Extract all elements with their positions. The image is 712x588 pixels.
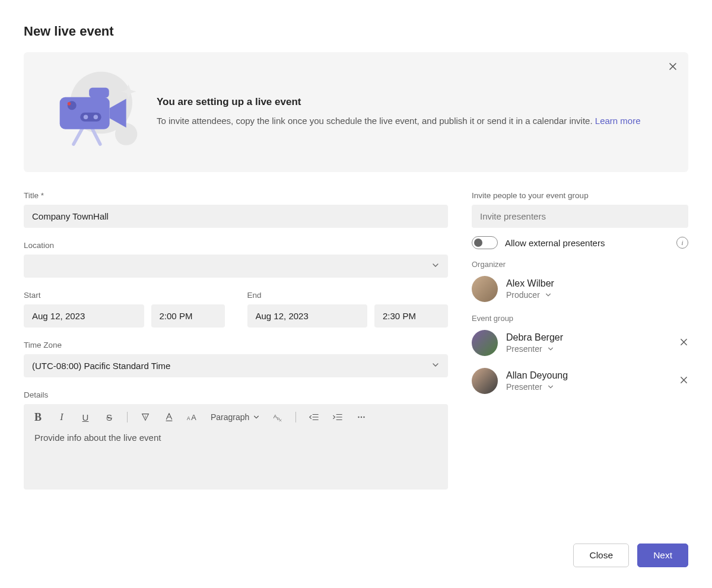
end-time-input[interactable] bbox=[374, 304, 448, 328]
svg-point-15 bbox=[358, 417, 360, 418]
title-label: Title * bbox=[24, 191, 448, 200]
chevron-down-icon bbox=[545, 291, 552, 298]
learn-more-link[interactable]: Learn more bbox=[595, 116, 641, 126]
font-size-button[interactable]: AA bbox=[187, 410, 199, 424]
invite-presenters-input[interactable] bbox=[472, 205, 688, 228]
close-banner-button[interactable] bbox=[668, 62, 678, 74]
organizer-name: Alex Wilber bbox=[506, 278, 688, 289]
banner-description-text: To invite attendees, copy the link once … bbox=[157, 116, 595, 126]
banner-description: To invite attendees, copy the link once … bbox=[157, 114, 672, 128]
paragraph-style-dropdown[interactable]: Paragraph bbox=[211, 412, 260, 422]
organizer-section-label: Organizer bbox=[472, 260, 688, 269]
svg-text:A: A bbox=[274, 414, 277, 419]
more-options-button[interactable] bbox=[355, 410, 367, 424]
member-role-text: Presenter bbox=[506, 344, 542, 354]
svg-rect-8 bbox=[89, 88, 109, 98]
svg-point-17 bbox=[364, 417, 365, 418]
decrease-indent-button[interactable] bbox=[308, 410, 320, 424]
toolbar-divider bbox=[295, 412, 296, 422]
location-input[interactable] bbox=[24, 255, 448, 278]
increase-indent-button[interactable] bbox=[332, 410, 344, 424]
underline-button[interactable]: U bbox=[80, 410, 91, 424]
chevron-down-icon bbox=[547, 345, 554, 352]
highlight-button[interactable] bbox=[139, 410, 151, 424]
camera-illustration-icon bbox=[40, 66, 140, 158]
start-time-input[interactable] bbox=[151, 304, 225, 328]
member-name: Debra Berger bbox=[506, 332, 671, 343]
clear-formatting-button[interactable]: Ab bbox=[272, 410, 284, 424]
location-label: Location bbox=[24, 241, 448, 250]
details-label: Details bbox=[24, 390, 448, 399]
info-banner: You are setting up a live event To invit… bbox=[24, 52, 688, 172]
svg-text:A: A bbox=[187, 416, 190, 421]
member-role-text: Presenter bbox=[506, 382, 542, 392]
svg-point-4 bbox=[68, 102, 71, 106]
toggle-knob bbox=[474, 239, 482, 247]
banner-content: You are setting up a live event To invit… bbox=[157, 96, 672, 128]
start-label: Start bbox=[24, 291, 225, 300]
chevron-down-icon bbox=[547, 383, 554, 390]
italic-button[interactable]: I bbox=[56, 410, 68, 424]
rich-text-toolbar: B I U S AA Paragraph Ab bbox=[24, 404, 448, 430]
details-placeholder: Provide info about the live event bbox=[34, 433, 437, 443]
organizer-role-text: Producer bbox=[506, 290, 540, 300]
footer-actions: Close Next bbox=[573, 543, 688, 567]
page-title: New live event bbox=[24, 24, 688, 39]
close-button[interactable]: Close bbox=[573, 543, 629, 567]
event-details-form: Title * Location Start End bbox=[24, 191, 448, 503]
member-role-dropdown[interactable]: Presenter bbox=[506, 344, 671, 354]
details-editor[interactable]: Provide info about the live event bbox=[24, 430, 448, 490]
bold-button[interactable]: B bbox=[32, 410, 44, 424]
svg-point-7 bbox=[94, 115, 98, 119]
avatar bbox=[472, 368, 498, 394]
invite-panel: Invite people to your event group Allow … bbox=[472, 191, 688, 503]
close-icon bbox=[668, 62, 678, 71]
timezone-label: Time Zone bbox=[24, 341, 448, 349]
allow-external-toggle[interactable] bbox=[472, 236, 498, 249]
svg-point-16 bbox=[361, 417, 362, 418]
end-label: End bbox=[247, 291, 449, 300]
title-input[interactable] bbox=[24, 205, 448, 228]
start-date-input[interactable] bbox=[24, 304, 144, 328]
member-role-dropdown[interactable]: Presenter bbox=[506, 382, 671, 392]
chevron-down-icon bbox=[253, 414, 260, 421]
event-group-section-label: Event group bbox=[472, 314, 688, 323]
remove-member-button[interactable] bbox=[679, 376, 688, 387]
avatar bbox=[472, 276, 498, 302]
organizer-row: Alex Wilber Producer bbox=[472, 276, 688, 302]
toolbar-divider bbox=[127, 412, 128, 422]
svg-text:A: A bbox=[191, 413, 196, 422]
timezone-select[interactable] bbox=[24, 354, 448, 377]
info-icon[interactable]: i bbox=[676, 237, 688, 249]
banner-title: You are setting up a live event bbox=[157, 96, 672, 108]
allow-external-label: Allow external presenters bbox=[505, 238, 669, 248]
svg-point-6 bbox=[84, 115, 88, 119]
svg-rect-5 bbox=[80, 113, 101, 122]
remove-member-button[interactable] bbox=[679, 338, 688, 349]
organizer-role-dropdown[interactable]: Producer bbox=[506, 290, 688, 300]
paragraph-label: Paragraph bbox=[211, 412, 249, 422]
avatar bbox=[472, 330, 498, 356]
strikethrough-button[interactable]: S bbox=[103, 410, 115, 424]
close-icon bbox=[679, 338, 688, 347]
next-button[interactable]: Next bbox=[637, 543, 688, 567]
font-color-button[interactable] bbox=[163, 410, 175, 424]
close-icon bbox=[679, 376, 688, 384]
member-name: Allan Deyoung bbox=[506, 370, 671, 381]
invite-label: Invite people to your event group bbox=[472, 191, 688, 200]
svg-text:b: b bbox=[277, 416, 279, 421]
end-date-input[interactable] bbox=[247, 304, 368, 328]
event-group-member: Allan Deyoung Presenter bbox=[472, 368, 688, 394]
event-group-member: Debra Berger Presenter bbox=[472, 330, 688, 356]
